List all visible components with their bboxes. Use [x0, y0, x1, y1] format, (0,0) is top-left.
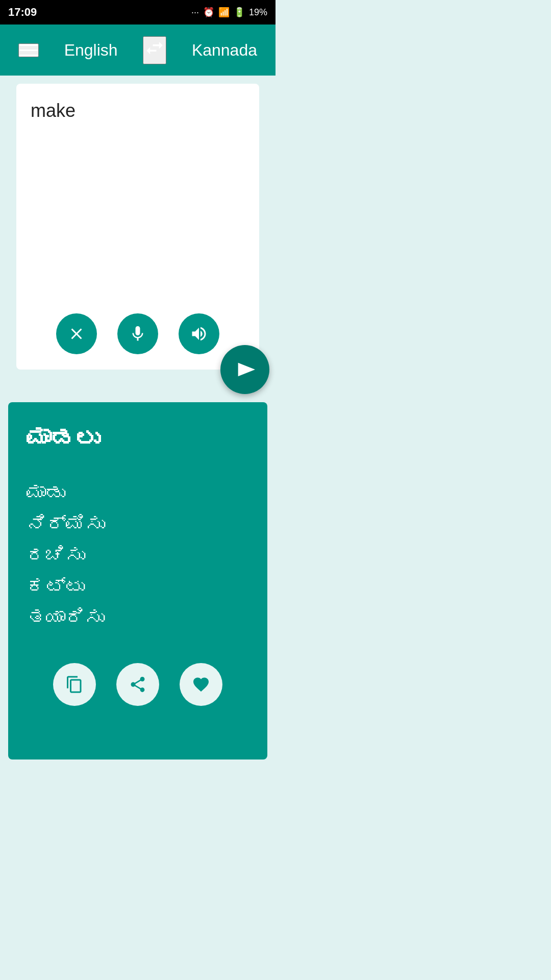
battery-icon: 🔋 — [234, 7, 245, 18]
swap-icon — [144, 37, 165, 59]
battery-percent: 19% — [249, 7, 267, 18]
menu-button[interactable] — [18, 43, 39, 57]
input-controls — [31, 313, 245, 359]
copy-icon — [65, 675, 84, 694]
result-controls — [27, 663, 249, 706]
status-time: 17:09 — [8, 6, 37, 19]
synonyms-list: ಮಾಡು ನಿರ್ಮಿಸು ರಚಿಸು ಕಟ್ಟು ತಯಾರಿಸು — [27, 479, 249, 632]
swap-languages-button[interactable] — [143, 36, 166, 64]
source-language[interactable]: English — [64, 41, 118, 60]
favorite-icon — [192, 675, 210, 694]
source-text-input[interactable]: make — [31, 98, 245, 302]
target-language[interactable]: Kannada — [192, 41, 257, 60]
share-button[interactable] — [116, 663, 159, 706]
translate-button[interactable] — [220, 345, 269, 394]
copy-button[interactable] — [53, 663, 96, 706]
status-bar: 17:09 ··· ⏰ 📶 🔋 19% — [0, 0, 276, 24]
primary-translation: ಮಾಡಲು — [27, 423, 249, 454]
synonym-4: ಕಟ್ಟು — [27, 572, 249, 601]
dots-icon: ··· — [191, 7, 199, 18]
send-icon — [235, 359, 255, 380]
synonym-3: ರಚಿಸು — [27, 541, 249, 570]
clear-button[interactable] — [56, 313, 97, 354]
alarm-icon: ⏰ — [203, 7, 214, 18]
toolbar: English Kannada — [0, 24, 276, 76]
input-section: make — [16, 84, 259, 370]
synonym-2: ನಿರ್ಮಿಸು — [27, 510, 249, 539]
synonym-5: ತಯಾರಿಸು — [27, 603, 249, 632]
status-icons: ··· ⏰ 📶 🔋 19% — [191, 7, 267, 18]
synonym-1: ಮಾಡು — [27, 479, 249, 508]
speaker-button[interactable] — [179, 313, 219, 354]
sim-icon: 📶 — [218, 7, 230, 18]
favorite-button[interactable] — [180, 663, 222, 706]
menu-line-1 — [19, 44, 38, 46]
microphone-button[interactable] — [117, 313, 158, 354]
microphone-icon — [129, 325, 147, 343]
share-icon — [129, 675, 147, 694]
speaker-icon — [190, 325, 208, 343]
menu-line-2 — [19, 50, 38, 51]
clear-icon — [67, 325, 86, 343]
result-section: ಮಾಡಲು ಮಾಡು ನಿರ್ಮಿಸು ರಚಿಸು ಕಟ್ಟು ತಯಾರಿಸು — [8, 402, 267, 760]
menu-line-3 — [19, 55, 38, 56]
